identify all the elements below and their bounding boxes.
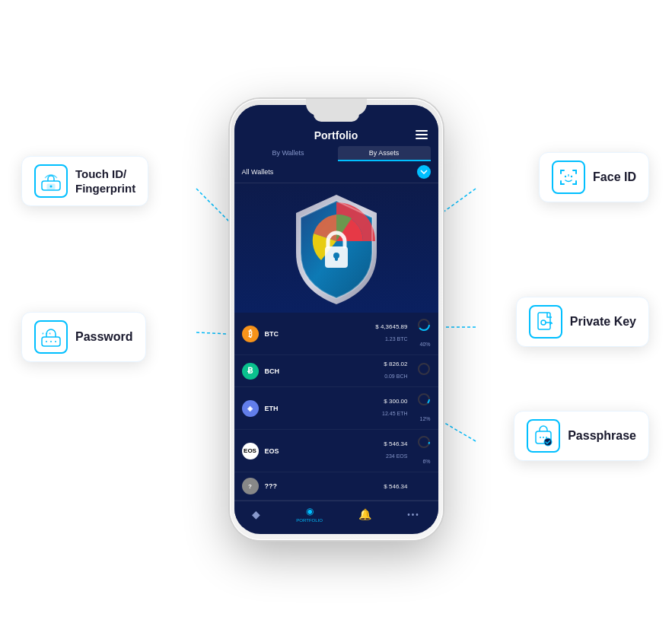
svg-point-23 [543,437,544,438]
svg-rect-27 [416,134,428,135]
eth-pct-text: 12% [419,416,430,421]
eos-pct-text: 6% [422,459,430,464]
svg-point-7 [50,186,53,188]
fingerprint-icon [34,164,68,198]
bch-icon: Ƀ [242,363,259,380]
other-symbol: ??? [265,482,286,490]
passphrase-label: Passphrase [514,411,649,461]
tabs-container: By Wallets By Assets [234,141,438,161]
app-header: Portfolio [234,125,438,141]
wallet-dropdown-btn[interactable] [417,165,431,179]
shield-area [234,183,438,313]
svg-rect-28 [416,138,428,139]
svg-point-9 [571,176,572,177]
eth-icon: ◈ [242,400,259,417]
btc-pct: 40% [408,318,431,349]
eos-amount: 234 EOS [386,453,407,459]
touch-id-label: Touch ID/ Fingerprint [21,156,148,206]
portfolio-label: PORTFOLIO [296,518,323,523]
svg-point-13 [50,341,52,342]
phone-mockup: Portfolio By Wallets By Assets All Walle… [230,99,443,540]
eos-icon: EOS [242,443,259,459]
phone-outer: Portfolio By Wallets By Assets All Walle… [230,99,443,540]
phone-screen: Portfolio By Wallets By Assets All Walle… [234,105,438,534]
security-shield [287,192,386,304]
private-key-icon [529,305,562,339]
private-key-text: Private Key [570,315,636,329]
menu-icon[interactable] [416,129,428,141]
portfolio-item-eth: ◈ ETH $ 300.00 12.45 ETH 12% [234,387,438,430]
eos-usd: $ 546.34 [286,440,408,447]
portfolio-item-btc: ₿ BTC $ 4,3645.89 1.23 BTC 40% [234,313,438,355]
password-text: Password [75,330,133,344]
eth-usd: $ 300.00 [286,398,408,405]
bottom-nav: ◆ ◉ PORTFOLIO 🔔 ••• [234,501,438,527]
btc-icon: ₿ [242,326,259,342]
bell-icon: 🔔 [358,508,371,520]
phone-notch [306,99,367,116]
passphrase-icon [527,419,560,453]
face-id-label: Face ID [539,152,649,202]
passphrase-text: Passphrase [568,429,636,443]
more-icon: ••• [407,510,420,519]
bch-symbol: BCH [265,367,286,375]
tab-by-wallets[interactable]: By Wallets [242,146,335,161]
svg-point-17 [541,320,546,325]
touch-id-text: Touch ID/ Fingerprint [75,167,135,196]
tab-by-assets[interactable]: By Assets [338,146,431,161]
nav-portfolio[interactable]: ◉ PORTFOLIO [296,506,323,523]
svg-rect-31 [335,256,338,261]
svg-rect-26 [416,130,428,132]
svg-text:* * *: * * * [42,332,51,337]
wallet-selector-label: All Wallets [242,168,274,176]
face-id-icon [552,161,585,194]
btc-values: $ 4,3645.89 1.23 BTC [286,323,408,344]
btc-usd: $ 4,3645.89 [286,323,408,330]
btc-amount: 1.23 BTC [385,336,408,342]
nav-bell[interactable]: 🔔 [358,508,371,520]
other-usd: $ 546.34 [286,483,408,490]
other-values: $ 546.34 [286,483,408,490]
portfolio-item-other: ? ??? $ 546.34 [234,472,438,501]
svg-rect-16 [538,313,550,329]
btc-symbol: BTC [265,330,286,338]
bch-pct [408,362,431,380]
gem-icon: ◆ [252,508,260,520]
svg-point-12 [46,341,47,342]
nav-gem[interactable]: ◆ [252,508,260,520]
svg-point-8 [565,176,566,177]
password-icon: * * * [34,320,68,354]
portfolio-item-eos: EOS EOS $ 546.34 234 EOS 6% [234,430,438,472]
btc-pct-text: 40% [419,342,430,347]
password-label: * * * Password [21,312,146,362]
wallet-selector[interactable]: All Wallets [234,161,438,183]
eos-symbol: EOS [265,447,286,455]
app-title: Portfolio [314,129,358,141]
bch-amount: 0.09 BCH [384,374,407,379]
face-id-text: Face ID [593,170,636,184]
portfolio-item-bch: Ƀ BCH $ 826.02 0.09 BCH [234,355,438,387]
bch-usd: $ 826.02 [286,361,408,367]
eth-values: $ 300.00 12.45 ETH [286,398,408,418]
bch-values: $ 826.02 0.09 BCH [286,361,408,381]
other-icon: ? [242,478,259,494]
svg-point-14 [55,341,56,342]
eos-pct: 6% [408,435,431,466]
portfolio-icon: ◉ [306,506,314,517]
svg-point-37 [419,437,429,447]
eos-values: $ 546.34 234 EOS [286,440,408,461]
svg-point-35 [419,394,429,405]
private-key-label: Private Key [516,297,649,347]
eth-amount: 12.45 ETH [382,411,407,416]
eth-symbol: ETH [265,405,286,412]
svg-point-22 [540,437,541,438]
eth-pct: 12% [408,393,431,424]
portfolio-list: ₿ BTC $ 4,3645.89 1.23 BTC 40% [234,313,438,501]
svg-point-34 [419,364,429,374]
nav-more[interactable]: ••• [407,510,420,519]
